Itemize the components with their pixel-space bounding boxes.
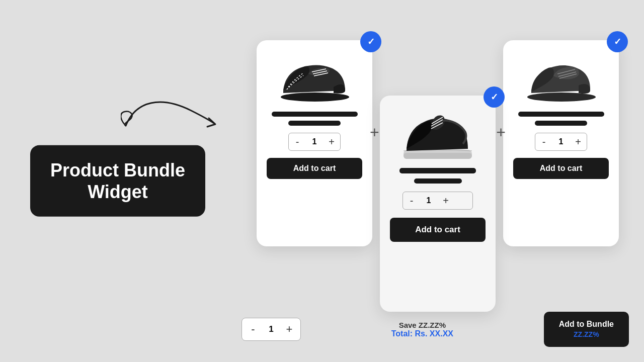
title-line2: Widget	[50, 181, 185, 203]
left-section: Product Bundle Widget	[30, 145, 205, 217]
card-1-title-line	[272, 112, 358, 117]
bottom-bar: - 1 + Save ZZ.ZZ% Total: Rs. XX.XX Add t…	[242, 312, 629, 347]
card-3-add-to-cart[interactable]: Add to cart	[513, 158, 609, 179]
product-card-2: ✓	[380, 96, 496, 312]
decorative-arrow	[121, 90, 221, 136]
card-2-add-to-cart[interactable]: Add to cart	[390, 218, 486, 242]
title-box: Product Bundle Widget	[30, 145, 205, 217]
card-2-qty-value: 1	[420, 196, 437, 205]
card-3-title-line	[518, 112, 604, 117]
shoe-image-1	[274, 50, 355, 106]
svg-point-4	[527, 93, 596, 102]
card-3-subtitle-line	[535, 121, 588, 126]
shoe-image-3	[521, 50, 601, 106]
card-2-qty-plus[interactable]: +	[437, 192, 454, 209]
card-2-title-line	[399, 168, 476, 173]
add-bundle-label: Add to Bundle	[559, 319, 614, 330]
shoe-image-2	[397, 106, 478, 161]
card-2-qty-minus[interactable]: -	[403, 192, 420, 209]
bottom-qty-plus[interactable]: +	[280, 320, 298, 338]
card-1-subtitle-line	[288, 121, 341, 126]
card-3-qty-plus[interactable]: +	[570, 133, 587, 150]
svg-point-0	[281, 93, 349, 102]
card-1-qty-control: - 1 +	[288, 133, 341, 151]
card-2-subtitle-line	[414, 178, 462, 184]
card-3-qty-value: 1	[552, 137, 570, 146]
svg-rect-9	[404, 153, 472, 159]
plus-sign-1: +	[370, 123, 379, 142]
card-1-qty-minus[interactable]: -	[289, 133, 306, 150]
title-line1: Product Bundle	[50, 159, 185, 181]
card-1-add-to-cart[interactable]: Add to cart	[267, 158, 362, 179]
bottom-qty-control: - 1 +	[242, 318, 301, 341]
card-1-qty-value: 1	[306, 137, 323, 146]
card-1-qty-plus[interactable]: +	[323, 133, 340, 150]
check-badge-3: ✓	[607, 31, 628, 52]
product-card-1: ✓	[257, 40, 372, 246]
save-info: Save ZZ.ZZ% Total: Rs. XX.XX	[309, 321, 536, 338]
plus-sign-2: +	[496, 123, 506, 142]
card-2-qty-control: - 1 +	[403, 192, 473, 210]
check-badge-1: ✓	[360, 31, 381, 52]
check-badge-2: ✓	[484, 86, 505, 108]
bundle-discount-label: ZZ.ZZ%	[559, 330, 614, 340]
card-3-qty-minus[interactable]: -	[535, 133, 552, 150]
bottom-qty-minus[interactable]: -	[244, 320, 262, 338]
save-label: Save ZZ.ZZ%	[309, 321, 536, 329]
add-bundle-button[interactable]: Add to Bundle ZZ.ZZ%	[544, 312, 629, 347]
total-label: Total: Rs. XX.XX	[309, 329, 536, 338]
cards-area: + + ✓	[242, 25, 634, 337]
product-card-3: ✓ - 1	[503, 40, 619, 246]
bottom-qty-value: 1	[262, 324, 280, 334]
card-3-qty-control: - 1 +	[535, 133, 587, 151]
